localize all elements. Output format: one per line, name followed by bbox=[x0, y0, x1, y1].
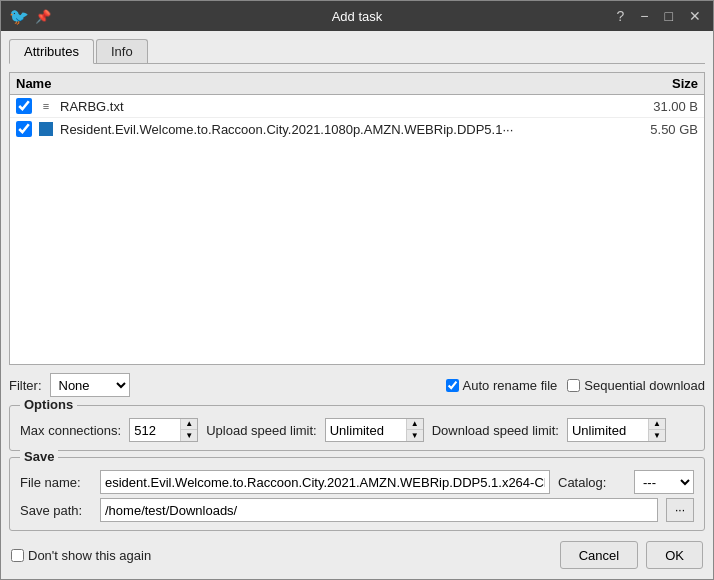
maximize-button[interactable]: □ bbox=[661, 6, 677, 26]
add-task-dialog: 🐦 📌 Add task ? − □ ✕ Attributes Info Nam… bbox=[0, 0, 714, 580]
filter-row: Filter: None Video Audio Images Document… bbox=[9, 371, 705, 399]
dont-show-label: Don't show this again bbox=[11, 548, 151, 563]
file-size-0: 31.00 B bbox=[618, 99, 698, 114]
upload-spin-up-btn[interactable]: ▲ bbox=[407, 419, 423, 430]
max-connections-label: Max connections: bbox=[20, 423, 121, 438]
minimize-button[interactable]: − bbox=[636, 6, 652, 26]
auto-rename-label: Auto rename file bbox=[446, 378, 558, 393]
download-speed-input[interactable] bbox=[568, 419, 648, 441]
max-connections-input[interactable] bbox=[130, 419, 180, 441]
upload-spin-down-btn[interactable]: ▼ bbox=[407, 430, 423, 441]
bottom-row: Don't show this again Cancel OK bbox=[9, 537, 705, 571]
savepath-input[interactable] bbox=[100, 498, 658, 522]
dialog-buttons: Cancel OK bbox=[560, 541, 703, 569]
upload-speed-input[interactable] bbox=[326, 419, 406, 441]
options-group: Options Max connections: ▲ ▼ Upload spee… bbox=[9, 405, 705, 451]
tab-bar: Attributes Info bbox=[9, 39, 705, 64]
upload-speed-spinner: ▲ ▼ bbox=[406, 419, 423, 441]
dont-show-checkbox[interactable] bbox=[11, 549, 24, 562]
filename-input[interactable] bbox=[100, 470, 550, 494]
filename-row: File name: Catalog: --- bbox=[20, 470, 694, 494]
upload-speed-input-wrap: ▲ ▼ bbox=[325, 418, 424, 442]
browse-button[interactable]: ··· bbox=[666, 498, 694, 522]
tab-info[interactable]: Info bbox=[96, 39, 148, 63]
sequential-download-checkbox[interactable] bbox=[567, 379, 580, 392]
options-row: Max connections: ▲ ▼ Upload speed limit:… bbox=[20, 418, 694, 442]
titlebar: 🐦 📌 Add task ? − □ ✕ bbox=[1, 1, 713, 31]
download-speed-label: Download speed limit: bbox=[432, 423, 559, 438]
download-spin-up-btn[interactable]: ▲ bbox=[649, 419, 665, 430]
file-checkbox-1[interactable] bbox=[16, 121, 32, 137]
txt-file-icon: ≡ bbox=[38, 98, 54, 114]
savepath-row: Save path: ··· bbox=[20, 498, 694, 522]
app-pin-icon: 📌 bbox=[35, 9, 51, 24]
file-size-1: 5.50 GB bbox=[618, 122, 698, 137]
dialog-content: Attributes Info Name Size ≡ RARBG.txt 31… bbox=[1, 31, 713, 579]
download-spin-down-btn[interactable]: ▼ bbox=[649, 430, 665, 441]
help-button[interactable]: ? bbox=[613, 6, 629, 26]
sequential-download-label: Sequential download bbox=[567, 378, 705, 393]
cancel-button[interactable]: Cancel bbox=[560, 541, 638, 569]
filename-label: File name: bbox=[20, 475, 92, 490]
options-group-title: Options bbox=[20, 397, 77, 412]
file-name-0: RARBG.txt bbox=[60, 99, 618, 114]
close-button[interactable]: ✕ bbox=[685, 6, 705, 26]
col-size-header: Size bbox=[618, 76, 698, 91]
savepath-label: Save path: bbox=[20, 503, 92, 518]
titlebar-left: 🐦 📌 bbox=[9, 7, 51, 26]
col-name-header: Name bbox=[16, 76, 618, 91]
download-speed-spinner: ▲ ▼ bbox=[648, 419, 665, 441]
file-checkbox-0[interactable] bbox=[16, 98, 32, 114]
table-row: Resident.Evil.Welcome.to.Raccoon.City.20… bbox=[10, 118, 704, 140]
save-group-title: Save bbox=[20, 449, 58, 464]
catalog-select[interactable]: --- bbox=[634, 470, 694, 494]
titlebar-controls: ? − □ ✕ bbox=[613, 6, 705, 26]
upload-speed-label: Upload speed limit: bbox=[206, 423, 317, 438]
file-table-header: Name Size bbox=[10, 73, 704, 95]
max-connections-input-wrap: ▲ ▼ bbox=[129, 418, 198, 442]
file-name-1: Resident.Evil.Welcome.to.Raccoon.City.20… bbox=[60, 122, 618, 137]
file-table: Name Size ≡ RARBG.txt 31.00 B Resident.E… bbox=[9, 72, 705, 365]
spin-down-btn[interactable]: ▼ bbox=[181, 430, 197, 441]
max-connections-spinner: ▲ ▼ bbox=[180, 419, 197, 441]
ok-button[interactable]: OK bbox=[646, 541, 703, 569]
app-icon: 🐦 bbox=[9, 7, 29, 26]
right-options: Auto rename file Sequential download bbox=[446, 378, 705, 393]
catalog-label: Catalog: bbox=[558, 475, 630, 490]
filter-label: Filter: bbox=[9, 378, 42, 393]
tab-attributes[interactable]: Attributes bbox=[9, 39, 94, 64]
titlebar-title: Add task bbox=[332, 9, 383, 24]
spin-up-btn[interactable]: ▲ bbox=[181, 419, 197, 430]
save-group: Save File name: Catalog: --- Save path: … bbox=[9, 457, 705, 531]
auto-rename-checkbox[interactable] bbox=[446, 379, 459, 392]
table-row: ≡ RARBG.txt 31.00 B bbox=[10, 95, 704, 118]
catalog-wrap: Catalog: --- bbox=[558, 470, 694, 494]
download-speed-input-wrap: ▲ ▼ bbox=[567, 418, 666, 442]
vid-file-icon bbox=[38, 121, 54, 137]
filter-select[interactable]: None Video Audio Images Documents bbox=[50, 373, 130, 397]
